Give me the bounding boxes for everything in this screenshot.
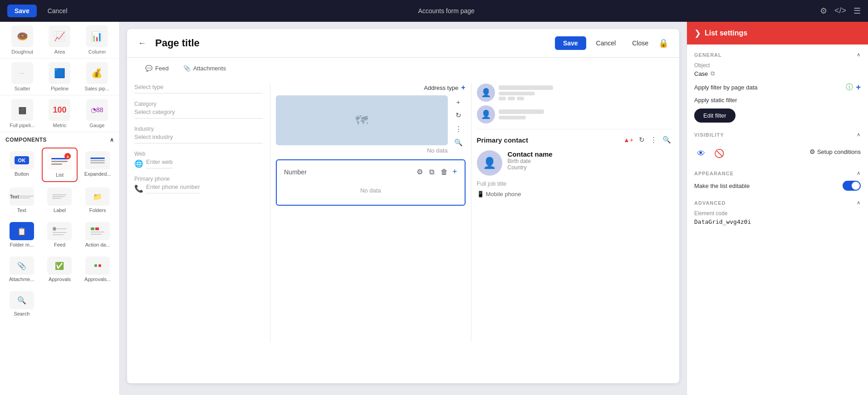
form-save-button[interactable]: Save [555,36,586,50]
settings-icon[interactable]: ⚙ [820,6,827,16]
chart-gauge[interactable]: ◔88 Gauge [80,99,114,128]
advanced-collapse-icon[interactable]: ∧ [857,200,861,206]
comp-folders[interactable]: 📁 Folders [79,184,116,217]
comp-text-icon: Text [10,188,34,206]
comp-list-label: List [56,172,64,178]
visibility-collapse-icon[interactable]: ∧ [857,132,861,138]
apply-static-filter-label: Apply static filter [694,97,737,104]
setup-conditions-label: Setup conditions [817,148,861,155]
comp-approvals[interactable]: ✅ Approvals [42,253,78,286]
chart-pipeline[interactable]: 🟦 Pipeline [43,62,76,91]
contact-refresh-btn[interactable]: ↻ [638,135,646,145]
center-action-col: + ↻ ⋮ 🔍 [451,95,466,149]
edit-filter-button[interactable]: Edit filter [694,109,736,123]
chart-metric[interactable]: 100 Metric [43,99,76,128]
refresh-action-btn[interactable]: ↻ [455,110,462,120]
attachments-tab-label: Attachments [193,65,226,72]
comp-attachment-icon: 📎 [10,257,34,275]
editable-toggle[interactable] [843,181,861,191]
contact-add-btn[interactable]: ▲+ [623,135,634,144]
chart-metric-label: Metric [53,123,67,128]
contact-info: 👤 Contact name Birth date Country [477,150,672,176]
components-grid: OK Button ▲ List [0,146,119,322]
form-center-column: Address type + 🗺 No data + ↻ ⋮ [270,84,471,341]
add-filter-btn[interactable]: + [856,83,861,92]
contact-more-btn[interactable]: ⋮ [649,135,658,145]
comp-text[interactable]: Text Text [4,184,40,217]
num-box-delete[interactable]: 🗑 [439,166,450,178]
lock-icon[interactable]: 🔒 [658,38,668,48]
chart-scatter-label: Scatter [15,86,30,91]
appearance-label: APPEARANCE [694,171,734,176]
comp-search[interactable]: 🔍 Search [4,287,40,320]
comp-folder-m[interactable]: 📋 Folder m... [4,218,40,251]
num-box-settings[interactable]: ⚙ [415,166,425,178]
visibility-show-btn[interactable]: 👁 [694,146,708,161]
comp-button[interactable]: OK Button [4,148,40,182]
comp-search-label: Search [14,311,29,316]
chart-area[interactable]: 📈 Area [43,25,76,54]
general-collapse-icon[interactable]: ∧ [857,52,861,58]
comp-attachment[interactable]: 📎 Attachme... [4,253,40,286]
address-type-label: Address type [424,84,458,91]
field-category-value[interactable]: Select category [134,109,263,118]
menu-icon[interactable]: ☰ [853,6,861,16]
comp-button-icon: OK [10,151,34,169]
comp-folder-m-label: Folder m... [10,242,34,247]
field-industry-value[interactable]: Select industry [134,133,263,143]
chart-sales-pipeline[interactable]: 💰 Sales pip... [80,62,114,91]
visibility-hide-btn[interactable]: 🚫 [711,146,727,161]
form-title: Page title [155,37,548,49]
field-category: Category Select category [134,101,263,118]
components-collapse-icon[interactable]: ∧ [110,137,114,143]
search-action-btn[interactable]: 🔍 [453,138,464,148]
tab-feed[interactable]: 💬 Feed [138,61,176,76]
comp-folder-m-icon: 📋 [10,222,34,240]
chart-row-1: 🍩 Doughnut 📈 Area 📊 Column [0,22,119,59]
form-cancel-button[interactable]: Cancel [590,36,623,50]
object-field-icon[interactable]: ⧉ [711,70,715,77]
num-box-copy[interactable]: ⧉ [427,166,436,178]
code-icon[interactable]: </> [834,6,846,16]
setup-conditions-btn[interactable]: ⚙ Setup conditions [809,148,861,155]
comp-action-da[interactable]: Action da... [79,218,116,251]
cancel-button-top[interactable]: Cancel [42,5,73,17]
comp-approvals2-icon [85,257,110,275]
chart-column[interactable]: 📊 Column [80,25,114,54]
feed-tab-label: Feed [155,65,169,72]
address-type-add[interactable]: + [461,84,465,92]
num-box-plus[interactable]: + [452,167,457,177]
back-arrow[interactable]: ← [138,39,146,48]
no-data-center: No data [276,147,448,154]
add-action-btn[interactable]: + [456,97,461,107]
visibility-label: VISIBILITY [694,132,724,138]
info-icon[interactable]: ⓘ [846,83,853,92]
contact-name: Contact name [508,150,672,158]
field-primary-phone: Primary phone 📞 Enter phone number [134,176,263,193]
panel-toggle-btn[interactable]: ❯ [694,28,701,38]
field-phone-value[interactable]: Enter phone number [146,183,200,193]
comp-label[interactable]: Label [42,184,78,217]
profile-info-2 [499,109,672,119]
profile-stub-1: 👤 [477,84,672,102]
save-button-top[interactable]: Save [7,5,37,17]
form-left-column: Select type Category Select category Ind… [134,84,270,341]
object-field: Object Case ⧉ [694,62,861,77]
appearance-collapse-icon[interactable]: ∧ [857,170,861,176]
comp-expanded[interactable]: Expanded... [79,148,116,182]
contact-extra: Full job title [477,180,672,187]
comp-approvals2[interactable]: Approvals... [79,253,116,286]
chart-doughnut[interactable]: 🍩 Doughnut [5,25,39,54]
comp-list[interactable]: ▲ List [42,148,78,182]
more-action-btn[interactable]: ⋮ [454,124,463,134]
field-web-value[interactable]: Enter web [146,158,173,168]
field-select-type-value[interactable]: Select type [134,84,263,94]
form-close-button[interactable]: Close [626,36,655,50]
web-icon: 🌐 [134,159,143,168]
tab-attachments[interactable]: 📎 Attachments [176,61,233,76]
chart-scatter[interactable]: ⋯ Scatter [5,62,39,91]
chart-full-pipeline[interactable]: ▦ Full pipeli... [5,99,39,128]
comp-feed[interactable]: Feed [42,218,78,251]
avatar-2: 👤 [477,105,495,123]
contact-search-btn[interactable]: 🔍 [662,135,672,145]
